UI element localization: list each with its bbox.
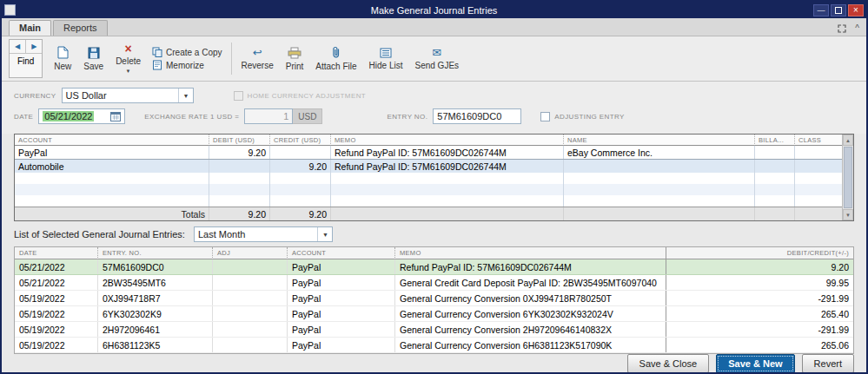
journal-totals-row: Totals 9.20 9.20 <box>15 207 842 220</box>
exchange-rate-label: EXCHANGE RATE 1 USD = <box>144 113 239 121</box>
journal-row-empty[interactable] <box>15 184 842 195</box>
header-debit: DEBIT (USD) <box>209 135 270 146</box>
main-toolbar: ◀ ▶ Find New Save × Delete ▼ <box>2 36 866 82</box>
list-filter-bar: List of Selected General Journal Entries… <box>2 221 866 246</box>
send-envelope-icon: ✉ <box>432 47 441 58</box>
minimize-button[interactable]: — <box>813 4 829 16</box>
list-row-selected[interactable]: 05/21/2022 57M61609DC0 PayPal Refund Pay… <box>15 259 853 275</box>
header-date: DATE <box>15 247 98 259</box>
journal-entries-table: ACCOUNT DEBIT (USD) CREDIT (USD) MEMO NA… <box>14 134 854 221</box>
tab-main[interactable]: Main <box>9 20 51 36</box>
print-button[interactable]: Print <box>280 39 310 78</box>
memorize-button[interactable]: Memorize <box>152 60 222 70</box>
find-next-button[interactable]: ▶ <box>25 40 42 53</box>
save-button[interactable]: Save <box>77 39 109 78</box>
collapse-ribbon-icon[interactable]: ^ <box>855 24 859 33</box>
exchange-rate-currency-badge: USD <box>293 108 322 124</box>
calendar-icon[interactable] <box>110 111 121 121</box>
window-icon <box>4 4 16 16</box>
header-adj: ADJ <box>213 247 288 259</box>
chevron-down-icon: ▼ <box>178 89 189 102</box>
save-disk-icon <box>88 47 100 59</box>
new-page-icon <box>57 46 69 59</box>
memorize-icon <box>152 60 162 70</box>
header-account: ACCOUNT <box>288 247 395 259</box>
journal-row[interactable]: Automobile 9.20 Refund PayPal ID: 57M616… <box>15 160 842 173</box>
hide-list-button[interactable]: Hide List <box>363 39 409 78</box>
maximize-button[interactable] <box>831 4 846 16</box>
list-row[interactable]: 05/19/2022 0XJ994718R7 PayPal General Cu… <box>15 291 853 306</box>
save-and-close-button[interactable]: Save & Close <box>627 354 710 373</box>
ribbon-tabs: Main Reports ^ <box>2 18 866 36</box>
home-currency-adjustment-checkbox[interactable] <box>234 91 243 101</box>
save-and-new-button[interactable]: Save & New <box>716 354 794 373</box>
list-period-select[interactable]: Last Month ▼ <box>194 226 333 242</box>
totals-credit: 9.20 <box>270 207 331 220</box>
header-credit: CREDIT (USD) <box>270 135 331 146</box>
entry-no-label: ENTRY NO. <box>387 113 427 121</box>
create-a-copy-button[interactable]: Create a Copy <box>152 47 222 57</box>
send-gjes-button[interactable]: ✉ Send GJEs <box>408 39 465 78</box>
list-row[interactable]: 05/19/2022 6YK302302K9 PayPal General Cu… <box>15 306 853 322</box>
journal-row-empty[interactable] <box>15 173 842 184</box>
header-account: ACCOUNT <box>15 135 209 146</box>
delete-button[interactable]: × Delete ▼ <box>109 39 147 78</box>
selected-entries-table: DATE ENTRY. NO. ADJ ACCOUNT MEMO DEBIT/C… <box>14 246 854 354</box>
reverse-arrow-icon: ↩ <box>253 47 262 58</box>
delete-x-icon: × <box>124 43 131 54</box>
print-icon <box>288 47 301 59</box>
footer-actions: Save & Close Save & New Revert <box>2 354 866 374</box>
date-label: DATE <box>14 113 33 121</box>
copy-memorize-group: Create a Copy Memorize <box>147 39 227 78</box>
header-billable: BILLA... <box>755 135 795 146</box>
list-row[interactable]: 05/21/2022 2BW35495MT6 PayPal General Cr… <box>15 275 853 291</box>
expand-window-icon[interactable] <box>838 24 846 33</box>
find-previous-button[interactable]: ◀ <box>10 40 25 53</box>
maximize-icon <box>835 7 842 14</box>
totals-debit: 9.20 <box>209 207 270 220</box>
reverse-button[interactable]: ↩ Reverse <box>235 39 280 78</box>
tab-reports[interactable]: Reports <box>53 20 108 36</box>
attach-file-button[interactable]: Attach File <box>309 39 362 78</box>
header-memo: MEMO <box>331 135 564 146</box>
find-group: ◀ ▶ Find <box>9 39 43 78</box>
date-input[interactable]: 05/21/2022 <box>38 108 125 124</box>
make-general-journal-entries-window: Make General Journal Entries — × Main Re… <box>0 0 868 374</box>
new-button[interactable]: New <box>48 39 77 78</box>
header-memo: MEMO <box>395 247 666 259</box>
entry-form: CURRENCY US Dollar ▼ HOME CURRENCY ADJUS… <box>2 82 866 134</box>
totals-label: Totals <box>15 207 209 220</box>
exchange-rate-input[interactable]: 1 <box>244 108 293 124</box>
paperclip-icon <box>332 46 341 59</box>
currency-select[interactable]: US Dollar ▼ <box>62 88 194 103</box>
list-row[interactable]: 05/19/2022 6H6381123K5 PayPal General Cu… <box>15 338 853 353</box>
journal-table-header: ACCOUNT DEBIT (USD) CREDIT (USD) MEMO NA… <box>15 135 842 146</box>
delete-dropdown-icon: ▼ <box>126 69 131 74</box>
adjusting-entry-checkbox[interactable] <box>540 112 550 121</box>
revert-button[interactable]: Revert <box>802 354 854 373</box>
scroll-up-icon[interactable]: ▲ <box>843 135 853 146</box>
find-button[interactable]: Find <box>10 54 42 69</box>
header-entry-no: ENTRY. NO. <box>98 247 213 259</box>
currency-label: CURRENCY <box>14 92 56 100</box>
copy-icon <box>152 47 162 57</box>
home-currency-adjustment-label: HOME CURRENCY ADJUSTMENT <box>248 92 367 100</box>
close-button[interactable]: × <box>848 4 864 16</box>
list-table-header: DATE ENTRY. NO. ADJ ACCOUNT MEMO DEBIT/C… <box>15 247 853 259</box>
scrollbar-thumb[interactable] <box>844 147 852 208</box>
journal-row-empty[interactable] <box>15 195 842 207</box>
header-amount: DEBIT/CREDIT(+/-) <box>666 247 853 259</box>
scroll-down-icon[interactable]: ▼ <box>843 209 853 220</box>
adjusting-entry-label: ADJUSTING ENTRY <box>554 113 625 121</box>
journal-row[interactable]: PayPal 9.20 Refund PayPal ID: 57M61609DC… <box>15 146 842 160</box>
hide-list-icon <box>380 48 392 58</box>
journal-table-scrollbar[interactable]: ▲ ▼ <box>842 135 853 220</box>
list-section-label: List of Selected General Journal Entries… <box>14 229 185 239</box>
header-name: NAME <box>564 135 755 146</box>
list-row[interactable]: 05/19/2022 2H972096461 PayPal General Cu… <box>15 322 853 338</box>
window-title: Make General Journal Entries <box>2 5 866 16</box>
title-bar: Make General Journal Entries — × <box>2 2 866 18</box>
entry-no-input[interactable]: 57M61609DC0 <box>433 108 521 124</box>
chevron-down-icon: ▼ <box>317 227 328 241</box>
toolbar-separator <box>231 43 232 75</box>
